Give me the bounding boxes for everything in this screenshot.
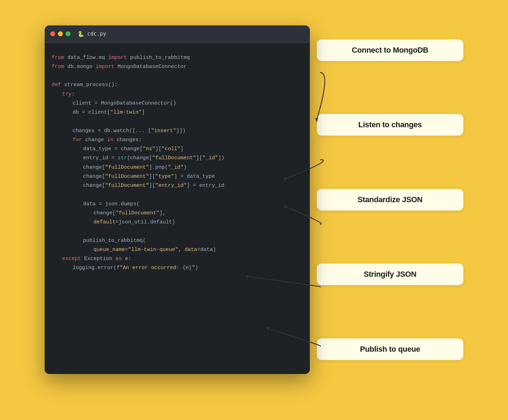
python-icon: 🐍: [77, 31, 84, 37]
labels-container: Connect to MongoDB Listen to changes Sta…: [317, 25, 463, 374]
label-listen-changes-text: Listen to changes: [358, 120, 422, 129]
traffic-lights: [50, 31, 70, 36]
label-publish-queue-text: Publish to queue: [360, 345, 420, 354]
code-line-8: for change in changes:: [52, 136, 299, 145]
label-publish-queue: Publish to queue: [317, 338, 463, 360]
minimize-button[interactable]: [58, 31, 63, 36]
code-line-19: except Exception as e:: [52, 254, 299, 264]
tab-area: 🐍 cdc.py: [77, 31, 106, 37]
label-standardize-json: Standardize JSON: [317, 189, 463, 211]
code-line-1: from data_flow.mq import publish_to_rabb…: [52, 53, 299, 62]
code-line-15: change["fullDocument"],: [52, 209, 299, 218]
code-line-12: change["fullDocument"]["type"] = data_ty…: [52, 172, 299, 181]
label-connect-mongodb: Connect to MongoDB: [317, 39, 463, 61]
tab-filename: cdc.py: [87, 31, 106, 37]
code-line-5: client = MongoDatabaseConnector(): [52, 99, 299, 108]
code-line-17: publish_to_rabbitmq(: [52, 236, 299, 245]
main-container: 🐍 cdc.py from data_flow.mq import publis…: [45, 25, 463, 395]
label-stringify-json-text: Stringify JSON: [364, 270, 416, 279]
code-line-11: change["fullDocument"].pop("_id"): [52, 163, 299, 172]
code-line-blank2: [52, 117, 299, 126]
label-standardize-json-text: Standardize JSON: [358, 195, 423, 204]
code-line-3: def stream_process():: [52, 81, 299, 90]
code-line-9: data_type = change["ns"]["coll"]: [52, 145, 299, 154]
maximize-button[interactable]: [66, 31, 70, 36]
title-bar: 🐍 cdc.py: [45, 25, 310, 43]
code-line-blank1: [52, 71, 299, 81]
code-line-7: changes = db.watch([... ["insert"]]): [52, 127, 299, 136]
code-line-20: logging.error(f"An error occurred: {e}"): [52, 264, 299, 273]
code-line-2: from db.mongo import MongoDatabaseConnec…: [52, 62, 299, 71]
code-area: from data_flow.mq import publish_to_rabb…: [45, 43, 310, 283]
code-line-13: change["fullDocument"]["entry_id"] = ent…: [52, 181, 299, 190]
code-line-4: try:: [52, 90, 299, 99]
code-line-blank4: [52, 227, 299, 236]
code-line-14: data = json.dumps(: [52, 200, 299, 209]
label-connect-mongodb-text: Connect to MongoDB: [352, 46, 428, 55]
label-stringify-json: Stringify JSON: [317, 264, 463, 285]
code-line-16: default=json_util.default): [52, 218, 299, 227]
label-listen-changes: Listen to changes: [317, 114, 463, 136]
code-line-6: db = client["llm-twin"]: [52, 108, 299, 117]
code-line-10: entry_id = str(change["fullDocument"]["_…: [52, 154, 299, 163]
editor-window: 🐍 cdc.py from data_flow.mq import publis…: [45, 25, 310, 374]
code-line-blank3: [52, 190, 299, 199]
close-button[interactable]: [50, 31, 55, 36]
code-line-18: queue_name="llm-twin-queue", data=data): [52, 245, 299, 254]
